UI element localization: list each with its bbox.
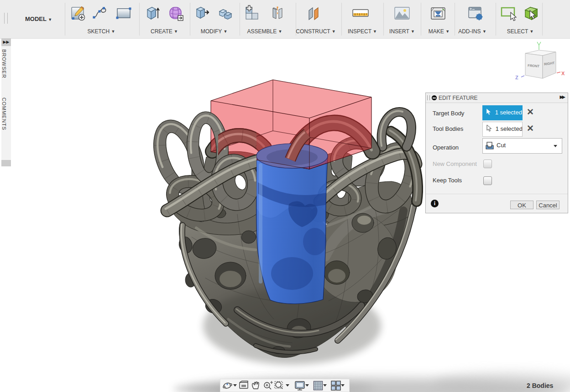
svg-text:Z: Z bbox=[515, 75, 518, 80]
svg-text:FRONT: FRONT bbox=[528, 63, 540, 68]
svg-text:X: X bbox=[561, 71, 565, 76]
